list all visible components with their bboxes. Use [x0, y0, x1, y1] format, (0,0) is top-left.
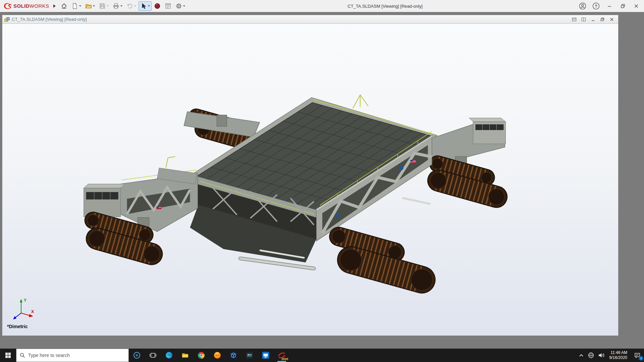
print-icon [113, 3, 119, 9]
hidden-icons-button[interactable] [577, 349, 586, 362]
save-button[interactable] [97, 1, 110, 11]
firefox-icon [213, 351, 221, 359]
restore-icon [600, 17, 604, 21]
open-folder-icon [85, 3, 92, 9]
save-icon [99, 3, 106, 9]
volume-icon [598, 352, 605, 359]
orientation-triad: Y X [10, 297, 37, 323]
us-flag [156, 206, 161, 209]
clock-time: 11:46 AM [610, 350, 627, 355]
dropdown-caret[interactable] [148, 5, 150, 7]
minimize-icon [607, 4, 612, 8]
file-explorer-button[interactable] [177, 349, 193, 362]
new-document-button[interactable] [70, 1, 83, 11]
network-button[interactable] [586, 349, 596, 362]
layout-window-button-1[interactable] [571, 16, 578, 22]
restore-button[interactable] [617, 1, 629, 11]
layout-window-button-2[interactable] [580, 16, 587, 22]
system-tray: 11:46 AM 9/16/2020 3 [577, 349, 644, 362]
assembly-3d-model[interactable] [2, 24, 618, 336]
nasa-logo [399, 166, 404, 170]
dropdown-caret[interactable] [93, 5, 95, 7]
edge-button[interactable] [161, 349, 177, 362]
view-orientation-label: *Dimetric [7, 324, 28, 329]
layout-window-icon [572, 17, 577, 22]
media-app-button[interactable] [241, 349, 258, 362]
firefox-button[interactable] [209, 349, 225, 362]
solidworks-version-badge: 2020 [281, 357, 288, 361]
cortana-icon [133, 351, 141, 359]
record-button[interactable] [152, 1, 162, 11]
evaluate-button[interactable] [163, 1, 173, 11]
layout-window-icon [581, 17, 586, 22]
dropdown-caret[interactable] [79, 5, 81, 7]
brand-name: SOLIDWORKS [13, 3, 49, 9]
open-button[interactable] [84, 1, 97, 11]
solidworks-taskbar-button[interactable]: 2020 [274, 349, 290, 362]
document-window-buttons [571, 16, 617, 22]
dropdown-caret[interactable] [107, 5, 109, 7]
settings-gear-icon [175, 3, 182, 9]
help-button[interactable]: ? [590, 1, 602, 11]
account-button[interactable] [577, 1, 588, 11]
minimize-icon [591, 17, 595, 21]
app-window-title: CT_TA.SLDASM [Viewing] [Read-only] [347, 0, 423, 12]
titlebar-right-controls: ? [577, 0, 642, 12]
graphics-viewport[interactable]: Y X *Dimetric [2, 24, 618, 336]
display-app-button[interactable] [258, 349, 274, 362]
search-input[interactable] [28, 353, 115, 358]
start-button[interactable] [0, 349, 16, 362]
z-axis-arrow [13, 316, 16, 319]
undo-icon [126, 3, 133, 9]
select-tool-button[interactable] [139, 1, 152, 11]
dropdown-caret[interactable] [183, 5, 185, 7]
dropdown-caret[interactable] [120, 5, 122, 7]
action-center-button[interactable]: 3 [631, 349, 644, 362]
file-explorer-icon [181, 351, 189, 359]
home-button[interactable] [59, 1, 69, 11]
track-assembly-right[interactable] [425, 154, 510, 210]
restore-icon [621, 4, 625, 8]
new-document-icon [71, 3, 78, 9]
y-axis-label: Y [24, 298, 26, 303]
task-view-button[interactable] [145, 349, 161, 362]
notification-badge: 3 [639, 356, 643, 361]
network-globe-icon [588, 352, 594, 359]
volume-button[interactable] [596, 349, 607, 362]
doc-restore-button[interactable] [599, 16, 606, 22]
cortana-button[interactable] [129, 349, 145, 362]
clock-date: 9/16/2020 [609, 355, 627, 360]
assembly-document-icon [4, 17, 10, 22]
home-icon [61, 3, 67, 9]
doc-close-button[interactable] [608, 16, 615, 22]
windows-logo-icon [5, 352, 11, 359]
close-button[interactable] [631, 1, 642, 11]
document-title: CT_TA.SLDASM [Viewing] [Read-only] [12, 17, 571, 22]
settings-button[interactable] [174, 1, 187, 11]
composer-app-button[interactable] [225, 349, 241, 362]
taskbar-clock[interactable]: 11:46 AM 9/16/2020 [607, 349, 631, 362]
print-button[interactable] [111, 1, 124, 11]
document-titlebar[interactable]: CT_TA.SLDASM [Viewing] [Read-only] [2, 15, 618, 24]
dropdown-caret[interactable] [134, 5, 136, 7]
browser-button[interactable] [193, 349, 209, 362]
main-toolbar [59, 1, 187, 11]
track-assembly-front[interactable] [327, 225, 438, 296]
evaluate-sheet-icon [165, 3, 171, 9]
minimize-button[interactable] [604, 1, 615, 11]
task-view-icon [149, 351, 157, 359]
app-titlebar: SOLIDWORKS [0, 0, 644, 12]
y-axis-arrow [20, 299, 22, 302]
doc-minimize-button[interactable] [589, 16, 597, 22]
menu-flyout-arrow[interactable] [53, 4, 56, 8]
windows-taskbar: 2020 11:46 AM 9/16/2020 [0, 349, 644, 362]
close-icon [610, 17, 614, 21]
browser-icon [197, 351, 205, 359]
undo-button[interactable] [125, 1, 138, 11]
taskbar-search-box[interactable] [16, 349, 129, 362]
close-icon [634, 4, 639, 8]
display-app-icon [262, 351, 270, 359]
ds-logo-icon [3, 2, 12, 10]
select-cursor-icon [140, 3, 147, 9]
svg-text:?: ? [595, 4, 597, 9]
